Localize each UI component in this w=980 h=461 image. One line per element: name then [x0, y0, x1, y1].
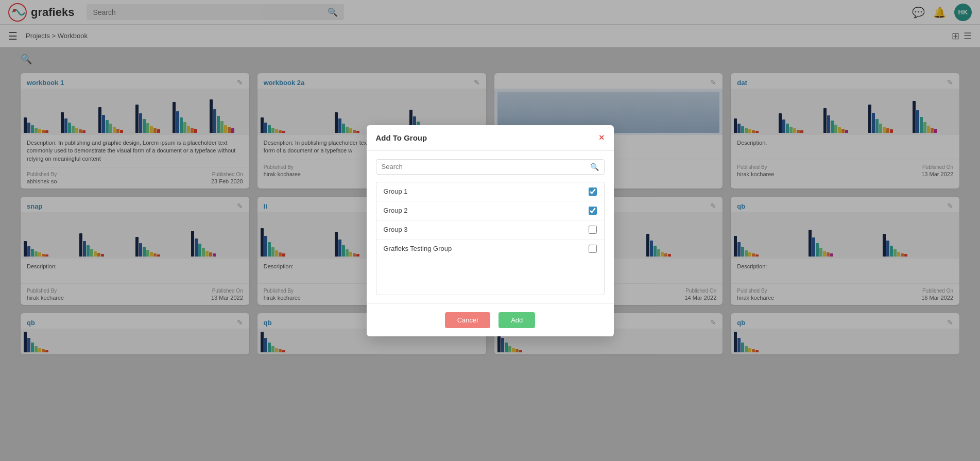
group-list: Group 1 Group 2 Group 3 Grafieks Testing…: [376, 182, 605, 295]
group-name: Group 3: [384, 226, 408, 233]
group-name: Group 2: [384, 207, 408, 214]
modal-search-input[interactable]: [382, 163, 586, 170]
group-name: Grafieks Testing Group: [384, 245, 452, 252]
group-name: Group 1: [384, 187, 408, 195]
group-checkbox[interactable]: [589, 187, 597, 196]
modal-search-bar[interactable]: 🔍: [376, 159, 605, 175]
modal-search-icon: 🔍: [590, 163, 599, 171]
group-checkbox[interactable]: [589, 245, 597, 253]
group-item: Group 3: [376, 220, 604, 240]
modal-overlay: Add To Group × 🔍 Group 1 Group 2 Group 3: [0, 0, 980, 461]
add-to-group-modal: Add To Group × 🔍 Group 1 Group 2 Group 3: [367, 125, 614, 336]
modal-footer: Cancel Add: [367, 303, 614, 336]
group-item: Grafieks Testing Group: [376, 240, 604, 258]
modal-body: 🔍 Group 1 Group 2 Group 3 Grafieks Testi…: [367, 151, 614, 303]
cancel-button[interactable]: Cancel: [445, 312, 490, 328]
group-item: Group 2: [376, 201, 604, 220]
close-button[interactable]: ×: [599, 132, 605, 143]
modal-header: Add To Group ×: [367, 125, 614, 151]
group-checkbox[interactable]: [589, 207, 597, 215]
add-button[interactable]: Add: [498, 312, 535, 328]
group-item: Group 1: [376, 182, 604, 201]
modal-title: Add To Group: [376, 133, 427, 142]
group-checkbox[interactable]: [589, 226, 597, 234]
